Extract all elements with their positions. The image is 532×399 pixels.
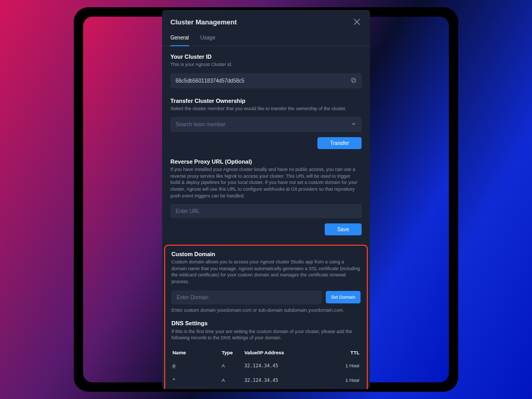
modal-header: Cluster Management	[162, 10, 370, 31]
svg-rect-1	[351, 78, 354, 81]
custom-domain-title: Custom Domain	[171, 251, 361, 257]
domain-input-row: Enter Domain Set Domain	[171, 290, 361, 304]
transfer-title: Transfer Cluster Ownership	[170, 98, 362, 104]
cluster-id-value: 66c5db560118374d57dd58c5	[176, 78, 244, 84]
cluster-id-field: 66c5db560118374d57dd58c5	[170, 73, 362, 88]
team-member-placeholder: Search team member	[176, 122, 225, 127]
domain-hint: Enter custom domain yourdomain.com or su…	[171, 308, 361, 313]
transfer-button[interactable]: Transfer	[317, 137, 362, 149]
custom-domain-highlight: Custom Domain Custom domain allows you t…	[164, 245, 368, 389]
tabs: General Usage	[162, 31, 370, 46]
dns-th-type: Type	[221, 347, 244, 358]
table-row: _acme-challenge CNAME acme-zkxdrp4v.agno…	[171, 388, 361, 389]
table-row: @ A 32.124.34.45 1 Hour	[171, 358, 361, 373]
domain-input[interactable]: Enter Domain	[171, 290, 322, 304]
dns-name: *	[171, 373, 221, 388]
reverse-proxy-title: Reverse Proxy URL (Optional)	[170, 158, 362, 165]
save-button[interactable]: Save	[325, 223, 362, 235]
dns-type: A	[221, 373, 244, 388]
custom-domain-desc: Custom domain allows you to access your …	[171, 259, 361, 285]
team-member-select[interactable]: Search team member	[170, 117, 362, 132]
dns-value: 32.124.34.45	[243, 373, 323, 388]
reverse-proxy-desc: If you have installed your Agnost cluste…	[170, 166, 362, 199]
screenshot-frame: Cluster Management General Usage Your Cl…	[74, 7, 458, 392]
cluster-id-title: Your Cluster ID	[170, 54, 362, 60]
tab-usage[interactable]: Usage	[201, 31, 216, 46]
screenshot-bg: Cluster Management General Usage Your Cl…	[83, 17, 449, 382]
reverse-proxy-input[interactable]: Enter URL	[170, 204, 362, 218]
modal-body: Your Cluster ID This is your Agnost Clus…	[162, 46, 370, 389]
close-icon[interactable]	[352, 17, 362, 26]
modal-title: Cluster Management	[170, 18, 237, 26]
dns-ttl: 1 Hour	[323, 388, 361, 389]
section-cluster-id: Your Cluster ID This is your Agnost Clus…	[170, 54, 362, 88]
dns-type: CNAME	[221, 388, 244, 389]
dns-value: acme-zkxdrp4v.agnost.dev	[243, 388, 323, 389]
reverse-proxy-placeholder: Enter URL	[176, 208, 200, 214]
copy-icon[interactable]	[351, 77, 356, 84]
dns-settings-title: DNS Settings	[171, 320, 361, 326]
dns-settings-desc: If this is the first time your are setti…	[171, 328, 361, 341]
svg-rect-0	[352, 79, 355, 82]
dns-th-ttl: TTL	[323, 347, 361, 358]
cluster-id-desc: This is your Agnost Cluster id.	[170, 61, 362, 68]
dns-type: A	[221, 358, 244, 373]
section-transfer: Transfer Cluster Ownership Select the cl…	[170, 98, 362, 150]
tab-general[interactable]: General	[170, 31, 189, 46]
save-btn-row: Save	[170, 223, 362, 235]
transfer-btn-row: Transfer	[170, 137, 362, 149]
dns-ttl: 1 Hour	[323, 358, 361, 373]
table-row: * A 32.124.34.45 1 Hour	[171, 373, 361, 388]
dns-value: 32.124.34.45	[243, 358, 323, 373]
domain-placeholder: Enter Domain	[177, 295, 208, 300]
cluster-management-modal: Cluster Management General Usage Your Cl…	[162, 10, 370, 389]
dns-th-name: Name	[171, 347, 221, 358]
set-domain-button[interactable]: Set Domain	[326, 291, 361, 303]
dns-ttl: 1 Hour	[323, 373, 361, 388]
section-reverse-proxy: Reverse Proxy URL (Optional) If you have…	[170, 158, 362, 235]
transfer-desc: Select the cluster member that you would…	[170, 105, 362, 112]
dns-name: _acme-challenge	[171, 388, 221, 389]
dns-table: Name Type Value/IP Address TTL @ A	[171, 347, 361, 389]
chevron-down-icon	[351, 121, 356, 128]
dns-name: @	[171, 358, 221, 373]
section-custom-domain: Custom Domain Custom domain allows you t…	[171, 251, 361, 389]
dns-th-value: Value/IP Address	[243, 347, 323, 358]
dns-table-header-row: Name Type Value/IP Address TTL	[171, 347, 361, 358]
